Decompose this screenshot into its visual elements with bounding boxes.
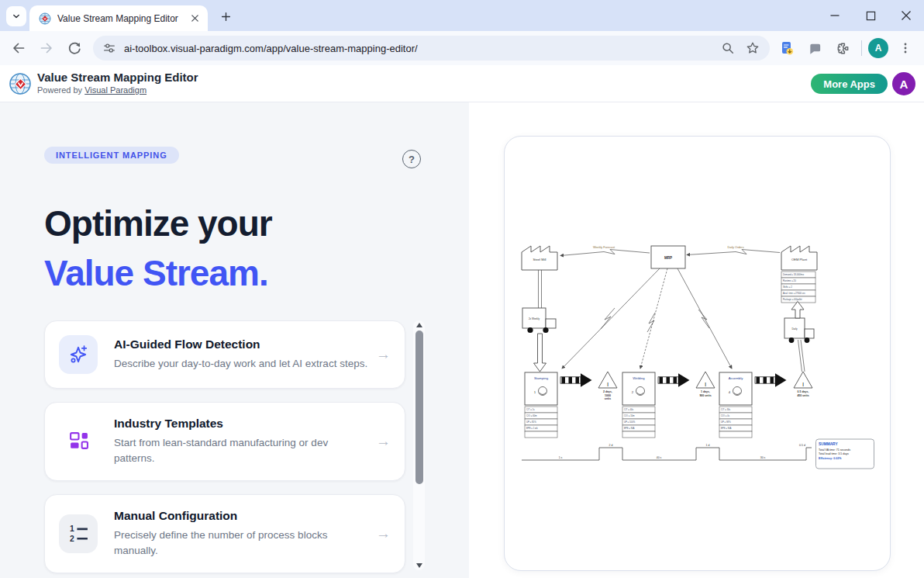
supplier-connector — [539, 270, 542, 308]
reload-button[interactable] — [64, 37, 85, 59]
tab-close-button[interactable] — [188, 12, 202, 26]
svg-text:EPE = N/A: EPE = N/A — [624, 427, 635, 430]
process-assembly: Assembly 4 — [719, 372, 752, 405]
card-text: AI-Guided Flow Detection Describe your d… — [114, 337, 367, 372]
svg-text:Total VA time: 71 seconds: Total VA time: 71 seconds — [819, 448, 850, 452]
truck-daily: Daily — [784, 318, 814, 343]
svg-text:0.5 d: 0.5 d — [799, 444, 805, 447]
truck-2x-weekly: 2x Weekly — [522, 308, 556, 333]
minimize-button[interactable] — [817, 0, 853, 31]
forward-arrow-icon — [39, 40, 54, 56]
download-extension-button[interactable] — [776, 37, 798, 59]
document-download-icon — [779, 40, 795, 56]
svg-text:Daily: Daily — [791, 327, 797, 331]
visual-paradigm-link[interactable]: Visual Paradigm — [84, 85, 147, 95]
svg-text:Runtime = 20: Runtime = 20 — [783, 279, 796, 282]
maximize-button[interactable] — [853, 0, 888, 31]
zoom-button[interactable] — [720, 40, 736, 56]
url-text[interactable]: ai-toolbox.visual-paradigm.com/app/value… — [124, 43, 711, 54]
ai-sparkle-icon — [67, 344, 89, 365]
card-title: Manual Configuration — [114, 509, 346, 523]
svg-text:1: 1 — [70, 525, 74, 534]
svg-text:units: units — [605, 397, 611, 400]
bookmark-button[interactable] — [745, 40, 760, 56]
card-text: Manual Configuration Precisely define th… — [114, 509, 346, 559]
site-info-icon[interactable] — [102, 41, 116, 55]
svg-text:900 units: 900 units — [699, 394, 711, 397]
svg-text:2 d: 2 d — [609, 444, 613, 447]
card-description: Describe your day-to-day work and let AI… — [114, 356, 367, 372]
svg-text:EPE = 1 wk: EPE = 1 wk — [526, 427, 538, 430]
more-apps-button[interactable]: More Apps — [811, 74, 888, 94]
powered-by-prefix: Powered by — [37, 85, 82, 95]
chevron-down-icon — [10, 10, 22, 22]
svg-text:1 days,: 1 days, — [701, 390, 710, 393]
diagram-preview-card: Steel Mill MRP OEM Plant Weekly Forecast — [504, 136, 891, 571]
card-arrow-icon: → — [370, 346, 391, 363]
extensions-button[interactable] — [832, 37, 853, 59]
svg-text:Welding: Welding — [633, 376, 645, 380]
svg-text:Total lead time: 3.5 days: Total lead time: 3.5 days — [819, 452, 849, 455]
tab-search-button[interactable] — [6, 6, 26, 26]
browser-toolbar: ai-toolbox.visual-paradigm.com/app/value… — [0, 31, 924, 65]
scrollbar-down-arrow[interactable] — [416, 563, 422, 568]
address-bar[interactable]: ai-toolbox.visual-paradigm.com/app/value… — [93, 36, 770, 61]
svg-text:C/T = 1s: C/T = 1s — [526, 408, 535, 411]
svg-text:2x Weekly: 2x Weekly — [529, 317, 540, 320]
browser-menu-button[interactable] — [895, 37, 916, 59]
svg-text:I: I — [705, 381, 706, 388]
side-panel-button[interactable] — [804, 37, 826, 59]
svg-text:2 days,: 2 days, — [603, 390, 612, 393]
summary-box: SUMMARY Total VA time: 71 seconds Total … — [816, 439, 874, 469]
push-arrow-2 — [658, 373, 690, 386]
shipment-connector — [798, 340, 805, 372]
puzzle-icon — [836, 41, 850, 56]
svg-text:EPE = N/A: EPE = N/A — [721, 427, 732, 430]
svg-text:C/T = 30s: C/T = 30s — [721, 408, 731, 411]
card-title: AI-Guided Flow Detection — [114, 337, 367, 351]
close-icon — [901, 10, 912, 21]
svg-text:UP = 85%: UP = 85% — [526, 421, 536, 424]
inventory-triangle-2: I 1 days, 900 units — [696, 372, 715, 397]
browser-window: Value Stream Mapping Editor — [0, 0, 924, 578]
profile-avatar[interactable]: A — [868, 38, 888, 58]
svg-text:Stamping: Stamping — [534, 376, 549, 380]
card-icon-tile — [59, 335, 98, 374]
card-icon-tile — [59, 422, 98, 461]
browser-tab[interactable]: Value Stream Mapping Editor — [29, 5, 208, 31]
svg-text:1000: 1000 — [605, 394, 611, 397]
process-stamping: Stamping 1 — [525, 372, 557, 405]
reload-icon — [67, 40, 82, 56]
svg-text:C/O = 0s: C/O = 0s — [721, 414, 730, 417]
app-header: Value Stream Mapping Editor Powered by V… — [0, 65, 924, 102]
main-content: INTELLIGENT MAPPING ? Optimize your Valu… — [0, 102, 924, 578]
mrp-schedule-arrows — [562, 268, 732, 369]
svg-text:UP = 98%: UP = 98% — [721, 421, 731, 424]
new-tab-button[interactable] — [217, 8, 234, 25]
card-ai-guided-flow-detection[interactable]: AI-Guided Flow Detection Describe your d… — [44, 320, 405, 389]
card-arrow-icon: → — [370, 525, 391, 542]
svg-text:40 s: 40 s — [657, 456, 662, 459]
svg-text:450 units: 450 units — [797, 394, 808, 397]
account-avatar[interactable]: A — [892, 72, 915, 95]
process-data-box-assembly: C/T = 30s C/O = 0s UP = 98% EPE = N/A — [719, 407, 752, 438]
plant-data-box: Demand = 18,000/mo Runtime = 20 Shifts =… — [781, 272, 815, 303]
help-icon[interactable]: ? — [402, 150, 421, 168]
push-arrow-3 — [755, 373, 787, 386]
card-manual-configuration[interactable]: 1 2 Manual Configuration Precisely defin… — [44, 494, 405, 573]
close-window-button[interactable] — [888, 0, 924, 31]
cards-scrollbar[interactable] — [413, 320, 425, 570]
back-button[interactable] — [8, 37, 29, 59]
card-title: Industry Templates — [114, 417, 346, 431]
shipping-arrow-up — [791, 302, 804, 319]
svg-text:Steel Mill: Steel Mill — [533, 258, 546, 261]
svg-text:C/O = 60m: C/O = 60m — [526, 414, 537, 417]
option-cards: AI-Guided Flow Detection Describe your d… — [44, 320, 405, 578]
info-flow-daily-orders: Daily Orders — [687, 246, 780, 255]
scrollbar-thumb[interactable] — [415, 331, 423, 484]
forward-button[interactable] — [36, 37, 57, 59]
scrollbar-up-arrow[interactable] — [416, 323, 422, 327]
right-panel: Steel Mill MRP OEM Plant Weekly Forecast — [469, 102, 924, 578]
process-data-box-welding: C/T = 40s C/O = 10m UP = 100% EPE = N/A — [622, 407, 655, 438]
card-industry-templates[interactable]: Industry Templates Start from lean-stand… — [44, 402, 405, 481]
